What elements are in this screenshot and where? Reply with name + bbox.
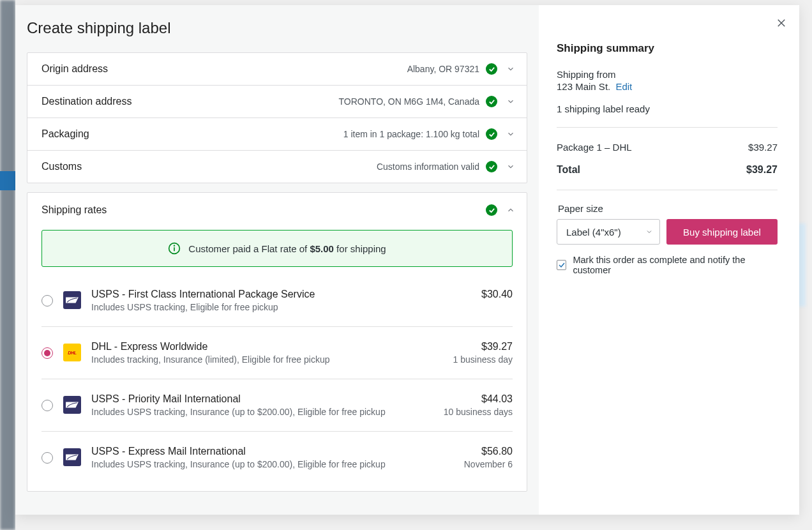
section-destination-title: Destination address <box>41 96 132 107</box>
mark-complete-row: Mark this order as complete and notify t… <box>557 255 778 275</box>
chevron-down-icon <box>506 162 515 171</box>
rate-option[interactable]: USPS - Priority Mail InternationalInclud… <box>41 379 513 432</box>
edit-address-link[interactable]: Edit <box>615 81 632 92</box>
banner-suffix: for shipping <box>334 243 386 254</box>
banner-text: Customer paid a Flat rate of $5.00 for s… <box>188 243 386 254</box>
checkmark-icon <box>558 261 566 269</box>
rate-body: USPS - First Class International Package… <box>91 289 471 312</box>
summary-title: Shipping summary <box>557 42 778 55</box>
summary-total-row: Total $39.27 <box>557 155 778 190</box>
rate-radio[interactable] <box>41 452 53 464</box>
admin-sidebar-highlight <box>0 171 15 190</box>
info-icon <box>168 242 181 255</box>
rate-price: $44.03 <box>444 393 513 405</box>
rate-eta: 10 business days <box>444 407 513 417</box>
summary-line-label: Package 1 – DHL <box>557 142 632 153</box>
section-packaging-title: Packaging <box>41 128 89 140</box>
banner-prefix: Customer paid a Flat rate of <box>188 243 310 254</box>
section-packaging-summary: 1 item in 1 package: 1.100 kg total <box>89 129 479 139</box>
rate-name: DHL - Express Worldwide <box>91 341 443 352</box>
section-rates-title: Shipping rates <box>41 204 486 216</box>
rate-price: $56.80 <box>464 446 513 457</box>
chevron-down-icon <box>506 97 515 106</box>
usps-logo-icon <box>63 396 81 414</box>
section-rates: Shipping rates Customer paid a Flat rate… <box>27 192 527 492</box>
rate-name: USPS - Priority Mail International <box>91 393 433 405</box>
section-list: Origin address Albany, OR 97321 Destinat… <box>27 52 527 183</box>
section-customs[interactable]: Customs Customs information valid <box>27 151 527 183</box>
check-icon <box>486 161 497 172</box>
shipping-from-address: 123 Main St. <box>557 81 610 92</box>
summary-total-price: $39.27 <box>746 164 778 176</box>
rate-right: $44.0310 business days <box>444 393 513 417</box>
check-icon <box>486 96 497 107</box>
rate-body: DHL - Express WorldwideIncludes tracking… <box>91 341 443 365</box>
separator <box>557 190 778 190</box>
shipping-from-row: 123 Main St. Edit <box>557 81 778 92</box>
summary-line-price: $39.27 <box>748 142 778 153</box>
rate-radio[interactable] <box>41 347 53 359</box>
section-customs-summary: Customs information valid <box>82 162 479 172</box>
section-origin[interactable]: Origin address Albany, OR 97321 <box>27 53 527 86</box>
rate-name: USPS - Express Mail International <box>91 446 454 457</box>
rate-right: $56.80November 6 <box>464 446 513 469</box>
summary-total-label: Total <box>557 164 580 176</box>
rate-right: $30.40 <box>481 289 513 302</box>
paper-size-select[interactable]: Label (4"x6") <box>557 219 660 245</box>
usps-logo-icon <box>63 291 81 309</box>
check-icon <box>486 128 497 140</box>
rate-desc: Includes USPS tracking, Insurance (up to… <box>91 407 433 417</box>
shipping-label-modal: Create shipping label Origin address Alb… <box>15 5 799 515</box>
section-customs-title: Customs <box>41 161 82 172</box>
rate-price: $39.27 <box>453 341 513 352</box>
chevron-down-icon <box>645 228 653 236</box>
rate-option[interactable]: USPS - Express Mail InternationalInclude… <box>41 432 513 483</box>
rate-option[interactable]: DHLDHL - Express WorldwideIncludes track… <box>41 327 513 379</box>
chevron-down-icon <box>506 130 515 139</box>
section-destination[interactable]: Destination address TORONTO, ON M6G 1M4,… <box>27 86 527 118</box>
modal-title: Create shipping label <box>15 5 539 52</box>
dhl-logo-icon: DHL <box>63 344 81 361</box>
rate-eta: November 6 <box>464 459 513 469</box>
mark-complete-checkbox[interactable] <box>557 260 566 270</box>
rate-body: USPS - Priority Mail InternationalInclud… <box>91 393 433 417</box>
action-row: Label (4"x6") Buy shipping label <box>557 219 778 245</box>
usps-logo-icon <box>63 448 81 466</box>
section-origin-summary: Albany, OR 97321 <box>108 64 479 74</box>
rate-price: $30.40 <box>481 289 513 300</box>
modal-right-column: Shipping summary Shipping from 123 Main … <box>539 5 799 515</box>
chevron-down-icon <box>506 64 515 73</box>
paper-size-value: Label (4"x6") <box>566 227 621 238</box>
summary-line-row: Package 1 – DHL $39.27 <box>557 128 778 155</box>
labels-ready-text: 1 shipping label ready <box>557 103 778 114</box>
banner-amount: $5.00 <box>310 243 334 254</box>
section-destination-summary: TORONTO, ON M6G 1M4, Canada <box>132 96 479 107</box>
rate-radio[interactable] <box>41 400 53 411</box>
rate-right: $39.271 business day <box>453 341 513 365</box>
shipping-from-label: Shipping from <box>557 69 778 80</box>
rate-list: USPS - First Class International Package… <box>41 275 513 483</box>
rate-desc: Includes USPS tracking, Insurance (up to… <box>91 459 454 469</box>
close-button[interactable] <box>772 14 790 32</box>
rate-option[interactable]: USPS - First Class International Package… <box>41 275 513 327</box>
customer-paid-banner: Customer paid a Flat rate of $5.00 for s… <box>41 230 513 267</box>
paper-size-label: Paper size <box>558 203 778 214</box>
modal-left-column: Create shipping label Origin address Alb… <box>15 5 539 515</box>
check-icon <box>486 63 497 75</box>
mark-complete-label: Mark this order as complete and notify t… <box>573 255 778 275</box>
rate-desc: Includes tracking, Insurance (limited), … <box>91 354 443 365</box>
rate-eta: 1 business day <box>453 354 513 365</box>
check-icon <box>486 204 497 216</box>
section-origin-title: Origin address <box>41 63 108 75</box>
rate-desc: Includes USPS tracking, Eligible for fre… <box>91 302 471 312</box>
section-packaging[interactable]: Packaging 1 item in 1 package: 1.100 kg … <box>27 118 527 151</box>
chevron-up-icon <box>506 206 515 215</box>
rate-body: USPS - Express Mail InternationalInclude… <box>91 446 454 469</box>
admin-sidebar-bg <box>0 0 15 530</box>
rate-radio[interactable] <box>41 295 53 307</box>
section-rates-header[interactable]: Shipping rates <box>27 193 527 225</box>
buy-shipping-label-button[interactable]: Buy shipping label <box>666 219 778 245</box>
svg-point-2 <box>174 245 175 246</box>
close-icon <box>776 17 787 29</box>
rate-name: USPS - First Class International Package… <box>91 289 471 300</box>
